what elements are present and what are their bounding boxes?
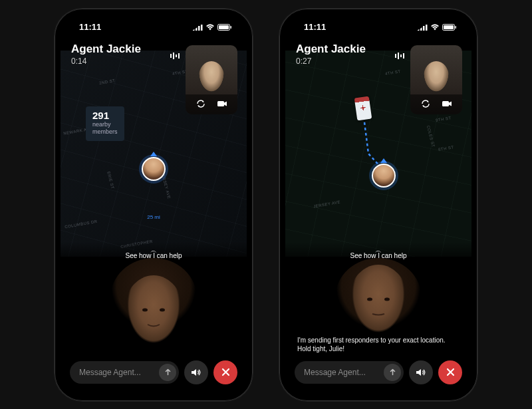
- bottom-panel: ︵ See how I can help Message Agent: [61, 242, 247, 395]
- phone-mockup-right: 11:11 Agent Jackie 0:27 4TH ST 10TH ST C…: [279, 9, 477, 401]
- svg-rect-8: [173, 53, 174, 59]
- speaker-button[interactable]: [409, 360, 433, 384]
- radius-label: 25 mi: [147, 214, 160, 220]
- self-video-pip[interactable]: [186, 45, 237, 114]
- nearby-label-1: nearby: [92, 122, 118, 128]
- send-icon[interactable]: [384, 364, 401, 381]
- svg-rect-16: [423, 26, 425, 31]
- svg-point-12: [142, 308, 148, 311]
- speaker-icon: [191, 368, 201, 377]
- audio-levels-icon[interactable]: [392, 48, 408, 64]
- svg-rect-20: [456, 26, 457, 29]
- video-camera-icon[interactable]: [215, 96, 230, 111]
- svg-point-27: [384, 297, 390, 301]
- bottom-panel: ︵ See how I can help I'm sending first r…: [285, 242, 471, 395]
- status-time: 11:11: [304, 22, 326, 32]
- user-location-marker[interactable]: [142, 157, 166, 181]
- svg-rect-25: [442, 101, 449, 106]
- screen: 11:11 Agent Jackie 0:27 4TH ST 10TH ST C…: [285, 15, 471, 395]
- svg-rect-6: [231, 26, 232, 29]
- phone-mockup-left: 11:11 Agent Jackie 0:14 2ND ST 4TH ST NE…: [55, 9, 253, 401]
- pip-controls: [186, 94, 237, 114]
- svg-rect-9: [176, 55, 177, 57]
- end-call-button[interactable]: [438, 360, 462, 384]
- message-input[interactable]: Message Agent...: [70, 361, 179, 384]
- video-camera-icon[interactable]: [440, 96, 455, 111]
- battery-icon: [217, 24, 232, 31]
- svg-rect-7: [170, 54, 172, 58]
- call-controls: Message Agent...: [70, 360, 237, 384]
- message-input[interactable]: Message Agent...: [295, 361, 404, 384]
- chevron-up-icon[interactable]: ︵: [61, 249, 247, 252]
- svg-rect-19: [444, 25, 454, 29]
- svg-rect-23: [400, 55, 402, 57]
- svg-point-26: [367, 297, 372, 301]
- send-icon[interactable]: [159, 364, 176, 381]
- notch: [332, 15, 425, 31]
- self-video-pip[interactable]: [410, 45, 462, 114]
- screen: 11:11 Agent Jackie 0:14 2ND ST 4TH ST NE…: [61, 15, 247, 395]
- svg-rect-2: [198, 26, 200, 31]
- svg-rect-21: [395, 54, 396, 58]
- audio-levels-icon[interactable]: [167, 48, 183, 64]
- close-icon: [446, 368, 455, 376]
- message-placeholder: Message Agent...: [79, 368, 141, 377]
- chevron-up-icon[interactable]: ︵: [285, 249, 471, 252]
- nearby-tooltip[interactable]: 291 nearby members: [86, 106, 124, 142]
- user-location-marker[interactable]: [372, 164, 396, 188]
- agent-portrait: [111, 263, 196, 348]
- battery-icon: [442, 24, 457, 31]
- call-controls: Message Agent...: [295, 360, 462, 384]
- svg-point-13: [160, 308, 165, 311]
- svg-rect-3: [201, 25, 203, 31]
- end-call-button[interactable]: [213, 360, 237, 384]
- svg-rect-5: [219, 25, 229, 29]
- close-icon: [221, 368, 230, 376]
- status-time: 11:11: [79, 22, 101, 32]
- camera-flip-icon[interactable]: [194, 96, 208, 111]
- nearby-label-2: members: [92, 129, 118, 136]
- self-video-preview: [186, 45, 237, 94]
- agent-caption: I'm sending first responders to your exa…: [297, 336, 460, 354]
- agent-portrait: [336, 263, 421, 338]
- pip-controls: [410, 94, 462, 114]
- svg-rect-10: [178, 53, 180, 59]
- ambulance-icon: [354, 96, 372, 120]
- message-placeholder: Message Agent...: [304, 368, 366, 377]
- svg-rect-11: [217, 101, 224, 106]
- svg-rect-24: [403, 53, 404, 59]
- nearby-count: 291: [92, 110, 118, 120]
- speaker-icon: [416, 368, 426, 377]
- speaker-button[interactable]: [184, 360, 208, 384]
- svg-rect-17: [426, 25, 428, 31]
- wifi-icon: [430, 24, 440, 31]
- svg-rect-22: [398, 53, 399, 59]
- self-video-preview: [410, 45, 462, 94]
- camera-flip-icon[interactable]: [418, 96, 433, 111]
- notch: [107, 15, 200, 31]
- wifi-icon: [205, 24, 215, 31]
